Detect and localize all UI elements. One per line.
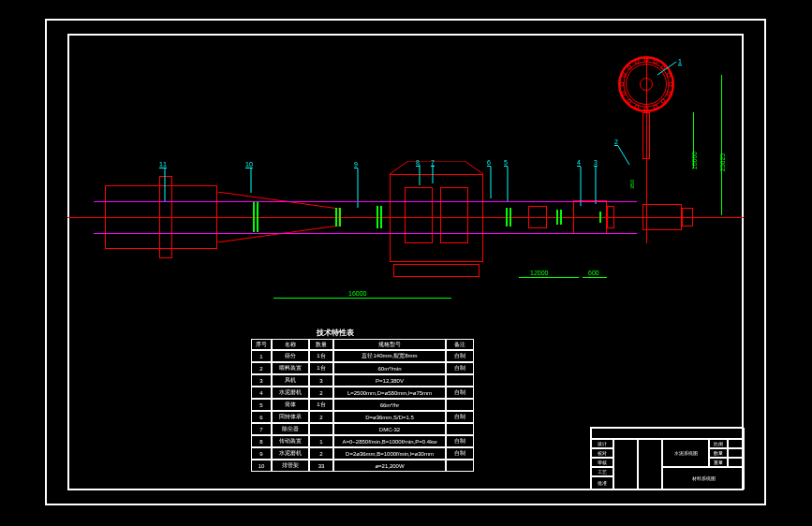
table-cell: 筛分 xyxy=(272,350,309,362)
table-cell: 2 xyxy=(309,447,333,460)
table-cell: 5 xyxy=(251,399,272,411)
table-cell: D=ø36mm,S/D=1.5 xyxy=(333,411,446,423)
table-cell: 66m³/hr xyxy=(333,399,446,411)
callout-1: 1 xyxy=(678,58,682,66)
dim-d3: 600 xyxy=(588,270,599,276)
tb-design: 设计 xyxy=(591,439,613,448)
table-cell: 1台 xyxy=(309,362,333,374)
table-cell: 2 xyxy=(309,387,333,399)
dim-d1-line xyxy=(273,298,451,299)
dim-d3-line xyxy=(583,277,607,278)
magenta-band-bot xyxy=(94,233,637,234)
marker-3b xyxy=(380,206,382,228)
table-cell: 1台 xyxy=(309,350,333,362)
callout-11: 11 xyxy=(159,161,167,168)
table-cell: 6 xyxy=(251,411,272,423)
marker-1b xyxy=(257,202,258,232)
marker-5b xyxy=(560,210,562,225)
table-cell: L=2500mm,D=ø580mm,l=ø75mm xyxy=(333,387,446,399)
tb-name: 水泥系统图 xyxy=(662,439,709,467)
table-cell: A=0~2850f/min,B=1000f/min,P=0.4kw xyxy=(333,435,446,447)
table-cell: 10 xyxy=(251,460,272,472)
tb-audit: 审核 xyxy=(591,458,613,467)
dim-d1: 16000 xyxy=(348,290,366,297)
title-block: 设计 校对 审核 工艺 批准 水泥系统图 比例 数量 重量 材料系统图 xyxy=(590,427,744,490)
table-cell: 排管架 xyxy=(272,460,309,472)
marker-1 xyxy=(253,202,255,232)
marker-4 xyxy=(506,208,508,226)
callout-3: 3 xyxy=(594,159,598,167)
table-cell: 水泥磨机 xyxy=(272,387,309,399)
table-cell: 直径140mm,裂宽8mm xyxy=(333,350,446,362)
dim-d4-line xyxy=(693,112,694,168)
table-cell: 筒体 xyxy=(272,399,309,411)
table-cell: 除尘器 xyxy=(272,423,309,435)
table-cell: 自制 xyxy=(446,362,474,374)
table-cell: 回转体承 xyxy=(272,411,309,423)
table-cell: 33 xyxy=(309,460,333,472)
table-cell: 1台 xyxy=(309,399,333,411)
tb-row1 xyxy=(591,428,745,439)
tb-wt-v xyxy=(728,458,745,467)
th-4: 备注 xyxy=(446,339,474,350)
th-3: 规格型号 xyxy=(333,339,446,350)
table-cell: D=2ø36mm,B=1000f/min,l=ø30mm xyxy=(333,447,446,460)
table-cell: 自制 xyxy=(446,435,474,447)
cad-canvas: 11 10 9 8 7 6 5 4 3 2 1 16000 12000 600 … xyxy=(0,0,812,526)
table-cell: 2 xyxy=(251,362,272,374)
table-cell xyxy=(446,460,474,472)
leader-lines xyxy=(67,34,744,286)
table-cell: 自制 xyxy=(446,350,474,362)
svg-line-27 xyxy=(618,146,629,165)
table-cell: 60m³/min xyxy=(333,362,446,374)
table-cell: DMC-32 xyxy=(333,423,446,435)
th-1: 名称 xyxy=(272,339,309,350)
table-cell: 传动装置 xyxy=(272,435,309,447)
marker-6 xyxy=(599,212,601,223)
th-2: 数量 xyxy=(309,339,333,350)
dim-d2: 12000 xyxy=(530,270,548,276)
dim-d6-line xyxy=(721,75,722,215)
table-cell: 4 xyxy=(251,387,272,399)
marker-2b xyxy=(339,208,341,226)
tb-approve: 批准 xyxy=(591,476,613,489)
callout-4: 4 xyxy=(577,159,581,167)
table-cell: 3 xyxy=(251,374,272,387)
table-cell: 7 xyxy=(251,423,272,435)
tb-c1 xyxy=(613,439,638,489)
dim-d2-line xyxy=(519,277,579,278)
svg-line-28 xyxy=(657,62,676,75)
tb-bot: 材料系统图 xyxy=(662,467,745,489)
marker-3 xyxy=(376,206,378,228)
marker-5 xyxy=(556,210,558,225)
tb-check: 校对 xyxy=(591,448,613,458)
table-cell: 9 xyxy=(251,447,272,460)
tb-scale-l: 比例 xyxy=(709,439,728,448)
callout-5: 5 xyxy=(504,159,508,167)
marker-4b xyxy=(509,208,511,226)
callout-8: 8 xyxy=(416,159,420,167)
center-axis-v-gear xyxy=(646,56,647,243)
tb-scale-v xyxy=(728,439,745,448)
tb-wt-l: 重量 xyxy=(709,458,728,467)
table-cell xyxy=(309,423,333,435)
th-0: 序号 xyxy=(251,339,272,350)
table-cell: 1 xyxy=(251,350,272,362)
table-cell: 喂料装置 xyxy=(272,362,309,374)
table-cell: 水泥磨机 xyxy=(272,447,309,460)
callout-2: 2 xyxy=(614,139,618,146)
table-cell: P=12,380V xyxy=(333,374,446,387)
tb-qty-l: 数量 xyxy=(709,448,728,458)
dim-d5: 350 xyxy=(629,180,635,189)
table-title: 技术特性表 xyxy=(317,328,354,338)
callout-9: 9 xyxy=(354,161,358,168)
table-cell xyxy=(446,374,474,387)
callout-7: 7 xyxy=(431,159,435,167)
tb-qty-v xyxy=(728,448,745,458)
callout-6: 6 xyxy=(487,159,491,167)
table-cell xyxy=(446,423,474,435)
table-cell: 8 xyxy=(251,435,272,447)
table-cell: 3 xyxy=(309,374,333,387)
table-cell: 自制 xyxy=(446,411,474,423)
table-cell: 1 xyxy=(309,435,333,447)
